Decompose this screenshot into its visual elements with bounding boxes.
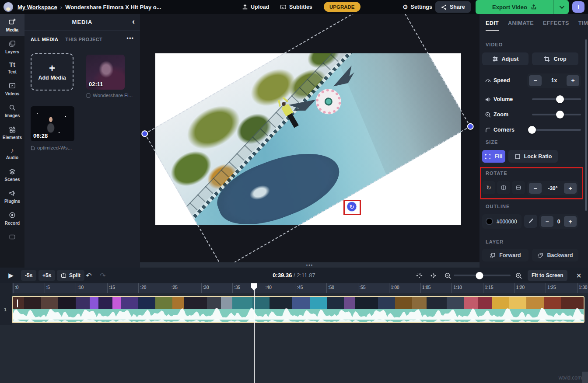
subtitles-button[interactable]: Subtitles <box>280 0 312 14</box>
rotate-90-button[interactable]: ↻ <box>482 181 495 194</box>
rotate-value: -30° <box>548 185 557 192</box>
timeline-zoom-in-button[interactable] <box>513 270 524 281</box>
flip-horizontal-button[interactable] <box>497 181 510 194</box>
tab-animate[interactable]: ANIMATE <box>508 20 534 31</box>
export-video-button[interactable]: Export Video <box>476 0 553 14</box>
mirror-trim-button[interactable] <box>427 270 439 281</box>
media-overflow-menu-icon[interactable]: ••• <box>126 35 134 42</box>
resize-handle-bottom-right[interactable] <box>466 122 475 131</box>
crop-button[interactable]: Crop <box>532 52 578 65</box>
canvas-timeline-divider[interactable]: ••• <box>140 262 480 268</box>
play-button[interactable]: ▶ <box>5 270 17 281</box>
export-options-dropdown[interactable] <box>553 0 569 14</box>
back-5s-button[interactable]: -5s <box>21 270 36 281</box>
close-timeline-icon[interactable]: × <box>573 270 584 281</box>
tab-all-media[interactable]: ALL MEDIA <box>31 37 58 42</box>
split-button[interactable]: Split <box>57 270 84 281</box>
eyedropper-icon <box>528 218 534 224</box>
sidebar-item-record[interactable]: Record <box>0 207 24 229</box>
corners-slider-knob[interactable] <box>528 126 536 134</box>
snap-toggle-button[interactable] <box>413 270 425 281</box>
project-title[interactable]: Wondershare Filmora X Hit Play o... <box>65 4 161 10</box>
forward-5s-button[interactable]: +5s <box>38 270 55 281</box>
rotate-handle[interactable]: ↻ <box>347 202 357 212</box>
resize-handle-top-left[interactable] <box>140 129 149 138</box>
corners-slider[interactable] <box>532 122 581 137</box>
timeline-zoom-knob[interactable] <box>476 272 483 279</box>
upload-button[interactable]: Upload <box>242 0 269 14</box>
eyedropper-button[interactable] <box>524 215 537 228</box>
sidebar-item-scenes[interactable]: Scenes <box>0 164 24 185</box>
sidebar-item-text[interactable]: Tt Text <box>0 58 24 78</box>
chevron-down-icon <box>560 4 564 9</box>
zoom-slider-knob[interactable] <box>556 111 564 118</box>
outline-width-increase-button[interactable]: + <box>564 216 577 227</box>
outline-width-decrease-button[interactable]: − <box>541 216 553 227</box>
canvas-area: wo fools ↻ ••• <box>140 14 480 268</box>
layer-backward-button[interactable]: Backward <box>532 249 578 261</box>
workspace-link[interactable]: My Workspace <box>18 4 57 10</box>
volume-slider-knob[interactable] <box>556 95 564 103</box>
media-item-thumbnail[interactable]: 02:11 <box>86 55 125 90</box>
adjust-button[interactable]: Adjust <box>482 52 528 65</box>
rotate-increase-button[interactable]: + <box>564 183 577 194</box>
zoom-slider[interactable] <box>532 107 581 122</box>
timeline-clip[interactable] <box>12 296 584 323</box>
volume-slider[interactable] <box>532 92 581 107</box>
layer-forward-button[interactable]: Forward <box>482 249 528 261</box>
sidebar-item-audio[interactable]: ♪ Audio <box>0 143 24 164</box>
scrollbar-corner[interactable] <box>582 372 588 383</box>
user-avatar[interactable]: I <box>572 1 584 13</box>
speed-decrease-button[interactable]: − <box>529 75 542 86</box>
media-item-thumbnail[interactable]: 06:28 <box>31 106 74 141</box>
rotate-section-label: ROTATE <box>486 171 508 176</box>
fit-to-screen-button[interactable]: Fit to Screen <box>528 270 567 281</box>
video-canvas[interactable]: wo fools <box>155 53 461 225</box>
layer-section-label: LAYER <box>486 239 504 244</box>
outline-color-button[interactable]: #000000 <box>482 214 522 229</box>
tab-effects[interactable]: EFFECTS <box>543 20 569 31</box>
upgrade-button[interactable]: UPGRADE <box>324 2 360 12</box>
media-item-caption: Wondershare Fi... <box>86 93 135 98</box>
sidebar-item-media[interactable]: Media <box>0 14 24 36</box>
sidebar-item-plugins[interactable]: Plugins <box>0 185 24 207</box>
undo-button[interactable]: ↶ <box>83 270 94 281</box>
flip-vertical-button[interactable] <box>512 181 525 194</box>
zoom-magnifier-icon <box>482 111 494 118</box>
export-icon <box>531 4 537 10</box>
flip-horizontal-icon <box>500 185 507 191</box>
clip-waveform <box>13 308 584 320</box>
sidebar-item-elements[interactable]: Elements <box>0 122 24 143</box>
sidebar-item-videos[interactable]: Videos <box>0 78 24 100</box>
add-media-button[interactable]: + Add Media <box>31 53 74 91</box>
tab-edit[interactable]: EDIT <box>486 20 499 31</box>
drag-dots-icon: ••• <box>306 263 314 268</box>
speed-increase-button[interactable]: + <box>567 75 579 86</box>
fill-button[interactable]: Fill <box>482 150 505 163</box>
timecode-display: 0:39.36 / 2:11.87 <box>273 272 315 279</box>
tab-timing[interactable]: TIMING <box>578 20 588 31</box>
breadcrumb: My Workspace › Wondershare Filmora X Hit… <box>18 0 161 14</box>
collapse-panel-icon[interactable]: ‹ <box>132 17 135 26</box>
share-button[interactable]: Share <box>435 1 471 13</box>
inspector-scrollbar[interactable] <box>585 39 587 211</box>
sidebar-item-layers[interactable]: Layers <box>0 36 24 58</box>
plugins-icon <box>8 189 16 197</box>
redo-button[interactable]: ↷ <box>97 270 108 281</box>
breadcrumb-separator: › <box>60 4 62 10</box>
settings-button[interactable]: ⚙ Settings <box>402 0 432 14</box>
top-bar: My Workspace › Wondershare Filmora X Hit… <box>0 0 588 14</box>
sidebar-item-more[interactable] <box>0 229 24 244</box>
lock-ratio-button[interactable]: Lock Ratio <box>508 150 558 163</box>
text-icon: Tt <box>9 62 15 68</box>
timeline-zoom-slider[interactable] <box>454 272 511 279</box>
timeline-zoom-out-button[interactable] <box>442 270 453 281</box>
rotate-decrease-button[interactable]: − <box>529 183 542 194</box>
workspace-avatar[interactable] <box>4 2 13 12</box>
rotated-video-layer[interactable]: wo fools <box>155 53 461 225</box>
tab-this-project[interactable]: THIS PROJECT <box>65 37 102 42</box>
timeline-ruler[interactable]: :0:5:10:15:20:25:30:35:40:45:50:551:001:… <box>12 283 588 293</box>
upload-icon <box>242 4 248 10</box>
speed-value: 1x <box>551 77 557 84</box>
sidebar-item-images[interactable]: Images <box>0 100 24 122</box>
